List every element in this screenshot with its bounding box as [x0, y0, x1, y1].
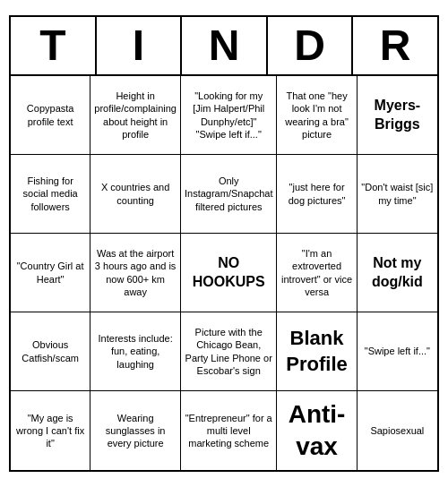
cell-text: Wearing sunglasses in every picture	[94, 412, 177, 450]
cell-text: Myers-Briggs	[361, 97, 434, 134]
bingo-cell: Wearing sunglasses in every picture	[90, 391, 181, 470]
cell-text: "Don't waist [sic] my time"	[361, 181, 434, 207]
cell-text: "just here for dog pictures"	[280, 181, 352, 207]
bingo-cell: "Swipe left if..."	[358, 312, 437, 391]
cell-text: Copypasta profile text	[14, 102, 86, 128]
bingo-cell: "Country Girl at Heart"	[11, 234, 90, 312]
cell-text: "Looking for my [Jim Halpert/Phil Dunphy…	[185, 90, 272, 141]
cell-text: Fishing for social media followers	[14, 175, 86, 213]
cell-text: Only Instagram/Snapchat filtered picture…	[185, 175, 272, 213]
bingo-card: TINDR Copypasta profile textHeight in pr…	[9, 15, 439, 472]
cell-text: Not my dog/kid	[361, 254, 434, 292]
bingo-cell: "Don't waist [sic] my time"	[358, 155, 437, 234]
header-letter: R	[353, 17, 437, 74]
bingo-cell: "I'm an extroverted introvert" or vice v…	[277, 234, 357, 312]
bingo-cell: Obvious Catfish/scam	[11, 312, 90, 391]
bingo-cell: Interests include: fun, eating, laughing	[90, 312, 181, 391]
cell-text: "Country Girl at Heart"	[14, 260, 86, 286]
bingo-cell: "Looking for my [Jim Halpert/Phil Dunphy…	[181, 76, 277, 155]
bingo-cell: Anti-vax	[277, 391, 357, 470]
cell-text: "Swipe left if..."	[365, 345, 430, 357]
header-letter: T	[11, 17, 97, 74]
bingo-header: TINDR	[11, 17, 437, 76]
bingo-cell: That one "hey look I'm not wearing a bra…	[277, 76, 357, 155]
cell-text: Sapiosexual	[370, 424, 424, 437]
cell-text: Picture with the Chicago Bean, Party Lin…	[185, 326, 272, 377]
cell-text: "My age is wrong I can't fix it"	[14, 412, 86, 450]
bingo-cell: X countries and counting	[90, 155, 181, 234]
bingo-cell: Was at the airport 3 hours ago and is no…	[90, 234, 181, 312]
bingo-cell: Height in profile/complaining about heig…	[90, 76, 181, 155]
header-letter: D	[268, 17, 354, 74]
header-letter: N	[182, 17, 268, 74]
bingo-cell: "My age is wrong I can't fix it"	[11, 391, 90, 470]
bingo-cell: "just here for dog pictures"	[277, 155, 357, 234]
cell-text: Height in profile/complaining about heig…	[94, 90, 177, 141]
bingo-cell: Fishing for social media followers	[11, 155, 90, 234]
bingo-cell: NO HOOKUPS	[181, 234, 277, 312]
cell-text: That one "hey look I'm not wearing a bra…	[280, 90, 352, 141]
cell-text: Interests include: fun, eating, laughing	[94, 332, 177, 371]
cell-text: "Entrepreneur" for a multi level marketi…	[185, 412, 272, 450]
bingo-cell: Not my dog/kid	[358, 234, 437, 312]
cell-text: Obvious Catfish/scam	[14, 338, 86, 364]
bingo-cell: Copypasta profile text	[11, 76, 90, 155]
bingo-cell: Sapiosexual	[358, 391, 437, 470]
bingo-cell: Picture with the Chicago Bean, Party Lin…	[181, 312, 277, 391]
header-letter: I	[97, 17, 183, 74]
cell-text: Blank Profile	[280, 326, 352, 377]
bingo-cell: Blank Profile	[277, 312, 357, 391]
cell-text: Was at the airport 3 hours ago and is no…	[94, 247, 177, 298]
cell-text: NO HOOKUPS	[185, 254, 272, 292]
bingo-cell: "Entrepreneur" for a multi level marketi…	[181, 391, 277, 470]
cell-text: Anti-vax	[280, 398, 352, 464]
bingo-cell: Only Instagram/Snapchat filtered picture…	[181, 155, 277, 234]
bingo-cell: Myers-Briggs	[358, 76, 437, 155]
cell-text: X countries and counting	[94, 181, 177, 207]
cell-text: "I'm an extroverted introvert" or vice v…	[280, 247, 352, 298]
bingo-grid: Copypasta profile textHeight in profile/…	[11, 76, 437, 470]
